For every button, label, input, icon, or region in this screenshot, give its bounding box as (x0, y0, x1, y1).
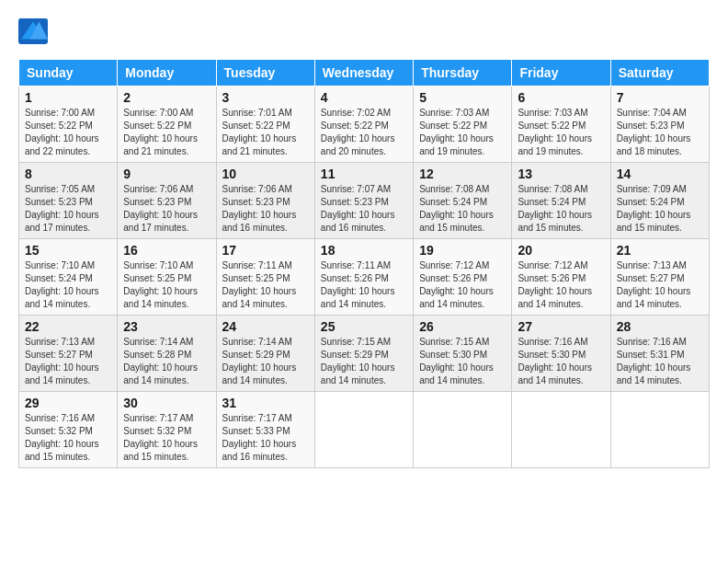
day-info: Sunrise: 7:13 AMSunset: 5:27 PMDaylight:… (25, 336, 111, 387)
calendar-cell: 13Sunrise: 7:08 AMSunset: 5:24 PMDayligh… (512, 163, 610, 239)
day-info: Sunrise: 7:06 AMSunset: 5:23 PMDaylight:… (222, 183, 309, 235)
day-info: Sunrise: 7:04 AMSunset: 5:23 PMDaylight:… (617, 107, 703, 158)
calendar-cell: 27Sunrise: 7:16 AMSunset: 5:30 PMDayligh… (512, 316, 610, 392)
calendar: SundayMondayTuesdayWednesdayThursdayFrid… (18, 59, 710, 468)
day-number: 23 (123, 319, 210, 334)
day-number: 18 (321, 243, 407, 258)
week-row-1: 8Sunrise: 7:05 AMSunset: 5:23 PMDaylight… (19, 163, 710, 239)
day-number: 9 (123, 167, 210, 181)
week-row-3: 22Sunrise: 7:13 AMSunset: 5:27 PMDayligh… (19, 316, 710, 392)
day-number: 12 (419, 167, 506, 181)
day-number: 29 (25, 396, 111, 410)
calendar-cell: 31Sunrise: 7:17 AMSunset: 5:33 PMDayligh… (216, 392, 314, 468)
day-number: 16 (123, 243, 210, 258)
header-row: SundayMondayTuesdayWednesdayThursdayFrid… (19, 60, 710, 86)
day-number: 26 (419, 319, 506, 334)
day-info: Sunrise: 7:16 AMSunset: 5:30 PMDaylight:… (518, 336, 604, 387)
day-info: Sunrise: 7:14 AMSunset: 5:28 PMDaylight:… (123, 336, 210, 387)
day-info: Sunrise: 7:12 AMSunset: 5:26 PMDaylight:… (518, 259, 604, 311)
day-info: Sunrise: 7:13 AMSunset: 5:27 PMDaylight:… (617, 259, 703, 311)
day-number: 22 (25, 319, 111, 334)
day-info: Sunrise: 7:10 AMSunset: 5:24 PMDaylight:… (25, 259, 111, 311)
day-info: Sunrise: 7:00 AMSunset: 5:22 PMDaylight:… (25, 107, 111, 158)
header-thursday: Thursday (414, 60, 512, 86)
calendar-cell: 19Sunrise: 7:12 AMSunset: 5:26 PMDayligh… (414, 239, 512, 316)
calendar-cell: 9Sunrise: 7:06 AMSunset: 5:23 PMDaylight… (118, 163, 216, 239)
calendar-cell: 2Sunrise: 7:00 AMSunset: 5:22 PMDaylight… (118, 86, 216, 163)
day-number: 30 (123, 396, 210, 410)
calendar-cell: 18Sunrise: 7:11 AMSunset: 5:26 PMDayligh… (314, 239, 413, 316)
week-row-2: 15Sunrise: 7:10 AMSunset: 5:24 PMDayligh… (19, 239, 710, 316)
header-saturday: Saturday (610, 60, 709, 86)
day-info: Sunrise: 7:01 AMSunset: 5:22 PMDaylight:… (222, 107, 309, 158)
day-info: Sunrise: 7:17 AMSunset: 5:32 PMDaylight:… (123, 412, 210, 464)
day-info: Sunrise: 7:15 AMSunset: 5:29 PMDaylight:… (321, 336, 407, 387)
calendar-cell: 22Sunrise: 7:13 AMSunset: 5:27 PMDayligh… (19, 316, 118, 392)
header-wednesday: Wednesday (314, 60, 413, 86)
logo-icon (18, 18, 48, 44)
day-number: 24 (222, 319, 309, 334)
calendar-cell: 30Sunrise: 7:17 AMSunset: 5:32 PMDayligh… (118, 392, 216, 468)
day-number: 8 (25, 167, 111, 181)
day-info: Sunrise: 7:17 AMSunset: 5:33 PMDaylight:… (222, 412, 309, 464)
calendar-cell: 26Sunrise: 7:15 AMSunset: 5:30 PMDayligh… (414, 316, 512, 392)
calendar-cell: 12Sunrise: 7:08 AMSunset: 5:24 PMDayligh… (414, 163, 512, 239)
calendar-cell: 25Sunrise: 7:15 AMSunset: 5:29 PMDayligh… (314, 316, 413, 392)
week-row-0: 1Sunrise: 7:00 AMSunset: 5:22 PMDaylight… (19, 86, 710, 163)
day-info: Sunrise: 7:10 AMSunset: 5:25 PMDaylight:… (123, 259, 210, 311)
day-info: Sunrise: 7:05 AMSunset: 5:23 PMDaylight:… (25, 183, 111, 235)
calendar-cell (610, 392, 709, 468)
day-number: 25 (321, 319, 407, 334)
day-info: Sunrise: 7:07 AMSunset: 5:23 PMDaylight:… (321, 183, 407, 235)
calendar-cell: 8Sunrise: 7:05 AMSunset: 5:23 PMDaylight… (19, 163, 118, 239)
day-number: 5 (419, 90, 506, 105)
day-info: Sunrise: 7:03 AMSunset: 5:22 PMDaylight:… (518, 107, 604, 158)
day-number: 1 (25, 90, 111, 105)
day-info: Sunrise: 7:09 AMSunset: 5:24 PMDaylight:… (617, 183, 703, 235)
header (18, 18, 710, 44)
calendar-cell: 14Sunrise: 7:09 AMSunset: 5:24 PMDayligh… (610, 163, 709, 239)
header-monday: Monday (118, 60, 216, 86)
header-tuesday: Tuesday (216, 60, 314, 86)
calendar-cell: 28Sunrise: 7:16 AMSunset: 5:31 PMDayligh… (610, 316, 709, 392)
header-sunday: Sunday (19, 60, 118, 86)
calendar-cell: 7Sunrise: 7:04 AMSunset: 5:23 PMDaylight… (610, 86, 709, 163)
day-info: Sunrise: 7:16 AMSunset: 5:32 PMDaylight:… (25, 412, 111, 464)
day-number: 7 (617, 90, 703, 105)
calendar-cell: 23Sunrise: 7:14 AMSunset: 5:28 PMDayligh… (118, 316, 216, 392)
day-number: 31 (222, 396, 309, 410)
day-number: 20 (518, 243, 604, 258)
day-number: 13 (518, 167, 604, 181)
header-friday: Friday (512, 60, 610, 86)
day-info: Sunrise: 7:02 AMSunset: 5:22 PMDaylight:… (321, 107, 407, 158)
calendar-cell: 15Sunrise: 7:10 AMSunset: 5:24 PMDayligh… (19, 239, 118, 316)
day-info: Sunrise: 7:00 AMSunset: 5:22 PMDaylight:… (123, 107, 210, 158)
logo (18, 18, 51, 44)
day-number: 17 (222, 243, 309, 258)
calendar-body: 1Sunrise: 7:00 AMSunset: 5:22 PMDaylight… (19, 86, 710, 468)
calendar-cell (314, 392, 413, 468)
calendar-cell: 4Sunrise: 7:02 AMSunset: 5:22 PMDaylight… (314, 86, 413, 163)
day-number: 4 (321, 90, 407, 105)
day-info: Sunrise: 7:03 AMSunset: 5:22 PMDaylight:… (419, 107, 506, 158)
day-info: Sunrise: 7:16 AMSunset: 5:31 PMDaylight:… (617, 336, 703, 387)
week-row-4: 29Sunrise: 7:16 AMSunset: 5:32 PMDayligh… (19, 392, 710, 468)
day-info: Sunrise: 7:12 AMSunset: 5:26 PMDaylight:… (419, 259, 506, 311)
day-info: Sunrise: 7:08 AMSunset: 5:24 PMDaylight:… (419, 183, 506, 235)
day-info: Sunrise: 7:15 AMSunset: 5:30 PMDaylight:… (419, 336, 506, 387)
calendar-cell: 1Sunrise: 7:00 AMSunset: 5:22 PMDaylight… (19, 86, 118, 163)
calendar-cell (512, 392, 610, 468)
day-number: 2 (123, 90, 210, 105)
calendar-cell: 10Sunrise: 7:06 AMSunset: 5:23 PMDayligh… (216, 163, 314, 239)
day-number: 11 (321, 167, 407, 181)
calendar-cell: 21Sunrise: 7:13 AMSunset: 5:27 PMDayligh… (610, 239, 709, 316)
calendar-cell: 3Sunrise: 7:01 AMSunset: 5:22 PMDaylight… (216, 86, 314, 163)
day-number: 19 (419, 243, 506, 258)
day-number: 28 (617, 319, 703, 334)
day-info: Sunrise: 7:08 AMSunset: 5:24 PMDaylight:… (518, 183, 604, 235)
calendar-cell: 6Sunrise: 7:03 AMSunset: 5:22 PMDaylight… (512, 86, 610, 163)
day-number: 27 (518, 319, 604, 334)
day-number: 6 (518, 90, 604, 105)
calendar-header: SundayMondayTuesdayWednesdayThursdayFrid… (19, 60, 710, 86)
calendar-cell: 11Sunrise: 7:07 AMSunset: 5:23 PMDayligh… (314, 163, 413, 239)
